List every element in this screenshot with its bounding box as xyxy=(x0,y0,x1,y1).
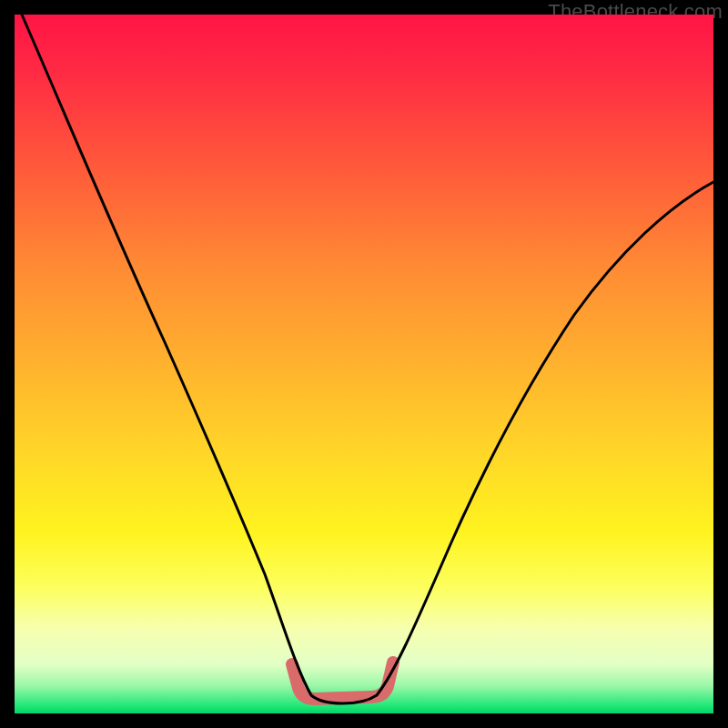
curve-layer xyxy=(15,15,713,713)
chart-frame: TheBottleneck.com xyxy=(0,0,728,728)
plot-area xyxy=(15,15,713,713)
bottleneck-curve xyxy=(22,15,713,703)
